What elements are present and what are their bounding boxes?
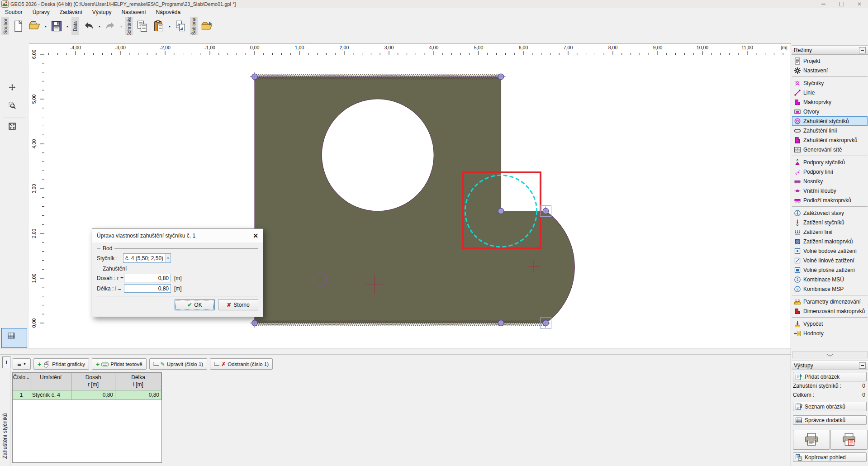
save-button[interactable] (48, 17, 65, 35)
mode-item-zahusteni-makroprvku[interactable]: Zahuštění makroprvků (792, 135, 868, 145)
mode-item-label: Zatížení makroprvků (803, 238, 853, 245)
menu-item-upravy[interactable]: Úpravy (28, 8, 55, 16)
menu-item-nastaveni[interactable]: Nastavení (116, 8, 151, 16)
mode-item-podlozi-makroprvku[interactable]: Podloží makroprvků (792, 195, 868, 205)
column-header-umisteni[interactable]: Umístění (30, 373, 71, 390)
table-row[interactable]: 1Styčník č. 40,800,80 (13, 390, 161, 400)
mode-item-vnitrni-klouby[interactable]: Vnitřní klouby (792, 186, 868, 195)
paste-button[interactable] (151, 17, 167, 35)
copy-view-button[interactable]: Kopírovat pohled (793, 452, 867, 462)
mode-item-nastaveni[interactable]: Nastavení (792, 66, 868, 75)
fit-view-button[interactable] (5, 120, 24, 137)
new-document-button[interactable] (10, 17, 27, 35)
pan-button[interactable] (5, 81, 24, 98)
mode-item-zatezovaci-stavy[interactable]: Zatěžovací stavy (792, 208, 868, 218)
ok-button[interactable]: ✔ OK (175, 299, 215, 310)
mode-item-projekt[interactable]: Projekt (792, 56, 868, 66)
collapse-modes-button[interactable] (859, 47, 866, 53)
edit-button[interactable]: ✎ Upravit (číslo 1) (149, 358, 208, 370)
dialog-title-bar[interactable]: Úprava vlastností zahuštění styčníku č. … (92, 229, 263, 243)
menu-item-zadavani[interactable]: Zadávání (55, 8, 87, 16)
mode-item-zatizeni-makroprvku[interactable]: Zatížení makroprvků (792, 237, 868, 246)
menu-item-soubor[interactable]: Soubor (0, 8, 28, 16)
length-input[interactable] (124, 284, 171, 293)
mode-item-podpory-stycniku[interactable]: Podpory styčníků (792, 157, 868, 167)
mode-item-parametry-dimenzovani[interactable]: 1,2Parametry dimenzování (792, 297, 868, 306)
add-graphically-button[interactable]: + Přidat graficky (33, 358, 89, 370)
mode-item-nosniky[interactable]: Nosníky (792, 176, 868, 186)
mode-item-hodnoty[interactable]: Hodnoty (792, 328, 868, 338)
undo-button-dropdown[interactable]: ▼ (97, 18, 102, 35)
radius-input[interactable] (124, 274, 171, 282)
menu-item-napoveda[interactable]: Nápověda (151, 8, 185, 16)
remove-button[interactable]: ✗ Odstranit (číslo 1) (210, 358, 273, 370)
modes-expand-button[interactable] (792, 352, 868, 358)
keyboard-icon (101, 361, 109, 368)
line-icon (794, 89, 801, 96)
cancel-button[interactable]: ✘ Storno (218, 299, 258, 310)
save-button-dropdown[interactable]: ▼ (65, 18, 70, 35)
ok-label: OK (194, 302, 202, 308)
mode-item-otvory[interactable]: Otvory (792, 107, 868, 116)
panel-collapse-button[interactable]: I (2, 357, 10, 368)
column-header-cislo[interactable]: Číslo▲ (13, 373, 30, 390)
addons-icon (795, 417, 802, 424)
node-select[interactable]: č. 4 (5,50; 2,50) ▼ (123, 253, 171, 263)
image-list-button[interactable]: Seznam obrázků (793, 402, 867, 411)
mode-item-podpory-linii[interactable]: Podpory linií (792, 167, 868, 176)
mode-item-volne-bodove-zatizeni[interactable]: Volné bodové zatížení (792, 246, 868, 256)
table-view-button[interactable] (1, 328, 27, 348)
column-header-delka[interactable]: Délkal [m] (115, 373, 161, 390)
copy-button[interactable] (134, 17, 151, 35)
mode-item-label: Kombinace MSÚ (803, 276, 844, 283)
selection-number-icon (153, 362, 159, 366)
slab-macroelement[interactable] (255, 77, 574, 323)
mode-item-zahusteni-linii[interactable]: Zahuštění linií (792, 126, 868, 135)
mode-item-stycniky[interactable]: Styčníky (792, 78, 868, 88)
combination-1-icon: 1 (794, 276, 801, 283)
mode-item-volne-liniove-zatizeni[interactable]: Volné liniové zatížení (792, 256, 868, 265)
open-button[interactable] (27, 17, 43, 35)
addons-manager-button[interactable]: Správce dodatků (793, 415, 867, 425)
mode-item-zatizeni-linii[interactable]: Zatížení linií (792, 227, 868, 237)
add-image-button[interactable]: Přidat obrázek (793, 372, 867, 381)
maximize-button[interactable] (835, 1, 847, 7)
hinge-icon (794, 187, 801, 195)
mode-item-label: Volné plošné zatížení (803, 267, 855, 273)
undo-button[interactable] (81, 17, 97, 35)
redo-button[interactable] (102, 17, 119, 35)
mode-item-makroprvky[interactable]: Makroprvky (792, 97, 868, 107)
dialog-close-icon[interactable]: ✕ (253, 232, 258, 239)
mode-item-zatizeni-stycniku[interactable]: Zatížení styčníků (792, 218, 868, 227)
mode-item-generovani-site[interactable]: Generování sítě (792, 145, 868, 154)
collapse-outputs-button[interactable] (859, 362, 866, 369)
mode-item-label: Zahuštění makroprvků (803, 137, 857, 143)
print-selection-button[interactable] (830, 430, 868, 450)
menu-item-vystupy[interactable]: Výstupy (87, 8, 117, 16)
paste-button-dropdown[interactable]: ▼ (167, 18, 172, 35)
list-menu-button[interactable]: ≡ ▼ (13, 358, 31, 370)
redo-button-dropdown[interactable]: ▼ (119, 18, 124, 35)
mode-item-kombinace-msu[interactable]: 1Kombinace MSÚ (792, 275, 868, 284)
mode-item-label: Volné bodové zatížení (803, 248, 857, 254)
close-button[interactable]: ✕ (854, 1, 865, 7)
mode-item-label: Zatížení linií (803, 229, 833, 235)
mode-item-label: Hodnoty (803, 330, 824, 337)
mode-item-label: Podpory linií (803, 169, 833, 175)
paste-special-button[interactable] (172, 17, 189, 35)
open-template-button[interactable] (199, 17, 215, 35)
mode-item-dimenzovani-makroprvku[interactable]: Dimenzování makroprvků (792, 306, 868, 316)
column-header-dosah[interactable]: Dosahr [m] (71, 373, 115, 390)
mode-item-linie[interactable]: Linie (792, 88, 868, 97)
mode-item-zahusteni-stycniku[interactable]: Zahuštění styčníků (792, 116, 868, 126)
mode-item-vypocet[interactable]: Výpočet (792, 319, 868, 328)
svg-text:1: 1 (796, 277, 798, 282)
add-textually-button[interactable]: + Přidat textově (92, 358, 147, 370)
mode-item-kombinace-msp[interactable]: 2Kombinace MSP (792, 284, 868, 294)
open-button-dropdown[interactable]: ▼ (43, 18, 48, 35)
mode-item-volne-plosne-zatizeni[interactable]: Volné plošné zatížení (792, 265, 868, 275)
zoom-button[interactable] (5, 100, 24, 116)
minimize-button[interactable] (817, 1, 829, 7)
mode-item-label: Nastavení (803, 67, 828, 74)
print-button[interactable] (793, 430, 830, 450)
